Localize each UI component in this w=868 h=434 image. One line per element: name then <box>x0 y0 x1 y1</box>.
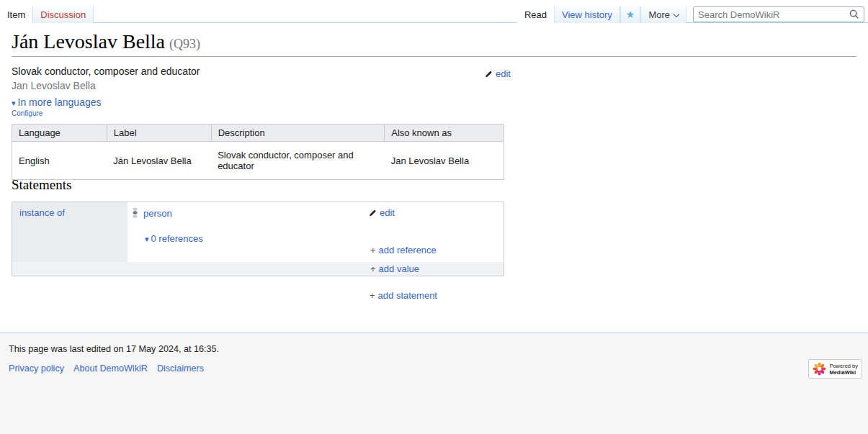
entity-id: (Q93) <box>169 37 200 51</box>
entity-alias: Jan Levoslav Bella <box>12 80 96 91</box>
header-tab-bar: Item Discussion Read View history ★ More <box>0 0 868 23</box>
cell-label: Ján Levoslav Bella <box>107 142 211 180</box>
add-statement-button[interactable]: +add statement <box>370 290 437 301</box>
references-toggle[interactable]: ▾0 references <box>145 233 203 244</box>
configure-link[interactable]: Configure <box>12 109 42 117</box>
title-divider <box>12 56 856 57</box>
chevron-down-icon <box>674 12 679 17</box>
entity-description: Slovak conductor, composer and educator <box>12 65 200 77</box>
property-link-instance-of[interactable]: instance of <box>19 207 65 218</box>
add-statement-label: add statement <box>378 290 437 301</box>
edit-label: edit <box>380 207 395 218</box>
plus-icon: + <box>370 263 376 274</box>
tab-view-history[interactable]: View history <box>554 6 620 23</box>
edit-label: edit <box>496 68 511 79</box>
disclaimers-link[interactable]: Disclaimers <box>157 363 204 374</box>
in-more-languages-label: In more languages <box>18 96 102 108</box>
add-reference-button[interactable]: +add reference <box>370 245 437 256</box>
add-reference-label: add reference <box>379 245 437 256</box>
statement-value-link[interactable]: person <box>143 208 172 219</box>
terms-table-header-row: Language Label Description Also known as <box>12 125 504 142</box>
plus-icon: + <box>370 290 375 301</box>
tab-discussion[interactable]: Discussion <box>32 6 94 23</box>
footer-links: Privacy policy About DemoWikiR Disclaime… <box>9 363 204 374</box>
search-box <box>693 6 864 22</box>
more-dropdown[interactable]: More <box>640 6 686 23</box>
references-label: 0 references <box>151 233 203 244</box>
statements-heading: Statements <box>12 177 71 193</box>
footer: This page was last edited on 17 May 2024… <box>0 333 868 434</box>
header-description: Description <box>211 125 385 142</box>
right-tabs: Read View history ★ More <box>517 6 686 23</box>
add-value-row: +add value <box>12 262 504 276</box>
badge-line2: MediaWiki <box>829 369 858 376</box>
tab-item[interactable]: Item <box>0 6 32 23</box>
header-label: Label <box>107 125 211 142</box>
left-tabs: Item Discussion <box>0 6 94 23</box>
badge-line1: Powered by <box>829 363 858 369</box>
header-language: Language <box>12 125 107 142</box>
page-title: Ján Levoslav Bella(Q93) <box>12 30 200 53</box>
collapse-arrow-icon: ▾ <box>145 235 149 243</box>
pencil-icon <box>484 70 493 78</box>
cell-description: Slovak conductor, composer and educator <box>211 142 385 180</box>
terms-table: Language Label Description Also known as… <box>12 124 504 180</box>
add-value-label: add value <box>379 263 419 274</box>
add-value-button[interactable]: +add value <box>370 262 419 276</box>
table-row: English Ján Levoslav Bella Slovak conduc… <box>12 142 504 180</box>
collapse-arrow-icon: ▾ <box>12 99 16 107</box>
watch-star-icon[interactable]: ★ <box>620 6 641 23</box>
about-link[interactable]: About DemoWikiR <box>73 363 148 374</box>
plus-icon: + <box>370 245 376 256</box>
search-icon[interactable] <box>849 9 859 19</box>
edit-terms-button[interactable]: edit <box>484 68 511 79</box>
entity-label: Ján Levoslav Bella <box>12 30 165 53</box>
more-label: More <box>648 9 670 20</box>
pencil-icon <box>368 209 377 217</box>
search-input[interactable] <box>698 9 846 20</box>
cell-language: English <box>12 142 107 180</box>
rank-selector-icon[interactable] <box>132 207 138 220</box>
edit-statement-button[interactable]: edit <box>368 207 395 218</box>
header-also-known-as: Also known as <box>385 125 504 142</box>
last-edited-text: This page was last edited on 17 May 2024… <box>9 344 219 354</box>
statement-group: instance of person edit ▾0 references +a… <box>12 202 504 276</box>
in-more-languages-toggle[interactable]: ▾In more languages <box>12 96 102 108</box>
mediawiki-sunflower-icon <box>813 362 826 376</box>
property-column: instance of <box>12 202 127 263</box>
tab-read[interactable]: Read <box>517 6 554 23</box>
badge-text: Powered by MediaWiki <box>829 363 858 376</box>
cell-also-known-as: Jan Levoslav Bella <box>385 142 504 180</box>
privacy-policy-link[interactable]: Privacy policy <box>9 363 64 374</box>
powered-by-mediawiki-badge[interactable]: Powered by MediaWiki <box>808 359 862 379</box>
